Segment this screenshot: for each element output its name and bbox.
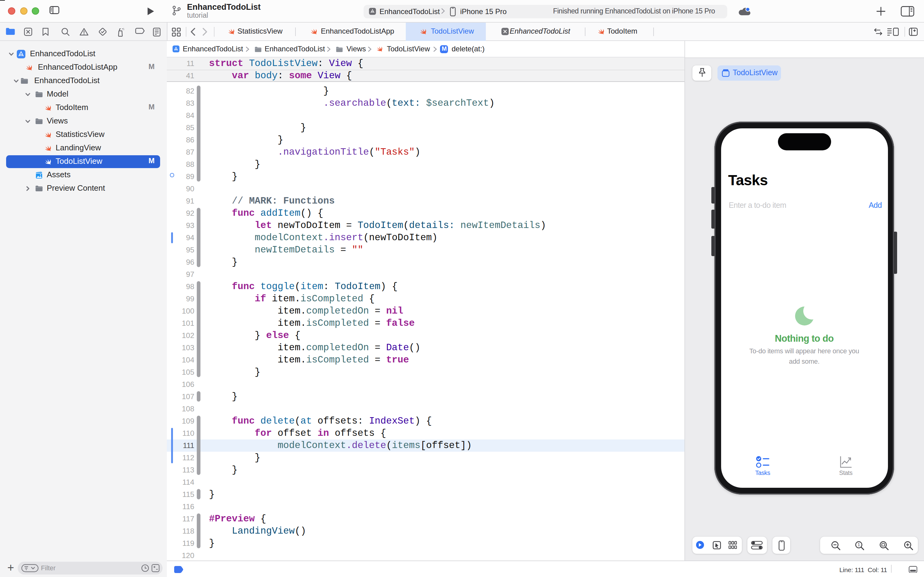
svg-text:1: 1 [858, 542, 860, 547]
